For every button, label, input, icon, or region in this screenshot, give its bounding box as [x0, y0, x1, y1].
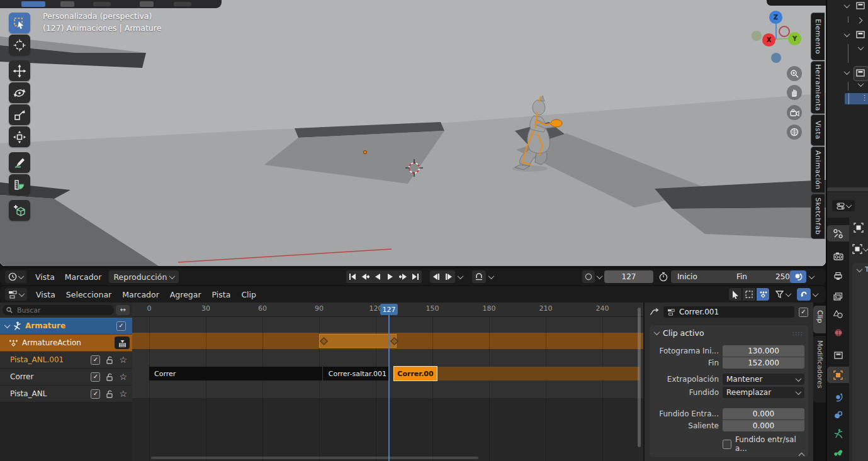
channel-mute-checkbox[interactable]: ✓	[116, 321, 126, 331]
tab-vista[interactable]: Vista	[811, 114, 825, 146]
timeline-menu-vista[interactable]: Vista	[33, 272, 57, 282]
collapse-chevron-icon[interactable]	[844, 2, 850, 8]
solo-star-icon[interactable]: ☆	[119, 389, 127, 398]
object-selector[interactable]	[852, 244, 868, 254]
frame-end-field[interactable]: Fin250	[730, 270, 796, 283]
tab-armature-data-properties[interactable]	[827, 425, 849, 442]
playhead-line[interactable]	[388, 314, 390, 461]
tab-object-properties[interactable]	[827, 367, 849, 383]
nla-menu-marcador[interactable]: Marcador	[120, 290, 162, 299]
nla-menu-vista[interactable]: Vista	[33, 290, 58, 299]
tab-render-properties[interactable]	[827, 248, 849, 264]
action-strip[interactable]	[319, 334, 397, 348]
header-widget[interactable]	[93, 2, 111, 6]
track-mute-checkbox[interactable]: ✓	[91, 389, 100, 399]
chevron-down-icon[interactable]	[809, 273, 815, 279]
step-forward-button[interactable]	[442, 270, 455, 283]
sidebar-tab-modificadores[interactable]: Modificadores	[813, 336, 826, 403]
add-primitive-tool[interactable]	[9, 200, 30, 221]
chevron-down-icon[interactable]	[597, 273, 603, 279]
frame-start-value[interactable]: 130.000	[723, 345, 804, 357]
mode-pill[interactable]	[21, 1, 45, 7]
navigation-gizmo[interactable]: Z X Y	[749, 9, 806, 67]
blend-dropdown[interactable]: Reemplazar	[723, 387, 804, 398]
3d-viewport[interactable]: Personalizada (perspectiva) (127) Animac…	[0, 0, 826, 266]
show-keyframes-toggle[interactable]	[757, 288, 769, 301]
header-widget[interactable]	[140, 1, 154, 7]
panel-drag-dots[interactable]: ::::	[792, 330, 803, 336]
properties-panel-sliver[interactable]: T	[852, 263, 868, 461]
unlock-icon[interactable]	[106, 390, 113, 398]
panel-header[interactable]: Clip activo ::::	[650, 325, 808, 340]
rotate-tool[interactable]	[9, 82, 30, 103]
header-widget[interactable]	[60, 1, 74, 7]
strip-name-field[interactable]: Correr.001	[663, 306, 794, 318]
auto-blend-checkbox[interactable]	[723, 440, 731, 449]
pan-view-button[interactable]	[787, 85, 802, 100]
frame-end-value[interactable]: 152.000	[723, 357, 804, 369]
horizontal-scrollbar[interactable]	[151, 457, 478, 459]
unlock-icon[interactable]	[106, 373, 113, 381]
nla-menu-clip[interactable]: Clip	[239, 290, 259, 299]
tab-world-properties[interactable]	[827, 325, 849, 341]
keying-magnet-button[interactable]	[472, 270, 486, 283]
channel-search-field[interactable]	[3, 305, 114, 315]
header-widget[interactable]	[174, 2, 191, 6]
outliner-sliver[interactable]: ⋮	[827, 0, 868, 192]
select-box-tool[interactable]	[9, 13, 30, 33]
nla-menu-pista[interactable]: Pista	[210, 290, 234, 299]
unlock-icon[interactable]	[106, 356, 113, 364]
camera-view-button[interactable]	[787, 105, 802, 120]
play-button[interactable]	[384, 270, 397, 283]
stopwatch-icon[interactable]	[658, 272, 668, 282]
jump-to-start-button[interactable]	[346, 270, 359, 283]
scale-tool[interactable]	[9, 104, 30, 125]
tab-animacion[interactable]: Animación	[811, 147, 825, 193]
strip-correr[interactable]: Correr	[149, 367, 323, 380]
collapse-chevron-icon[interactable]	[4, 322, 11, 328]
tab-constraint-properties[interactable]	[827, 406, 849, 423]
zoom-view-button[interactable]	[787, 66, 802, 81]
push-down-action-button[interactable]	[115, 336, 130, 349]
jump-to-end-button[interactable]	[409, 270, 422, 283]
nla-menu-agregar[interactable]: Agregar	[167, 290, 204, 299]
track-mute-checkbox[interactable]: ✓	[91, 372, 100, 382]
timeline-menu-marcador[interactable]: Marcador	[62, 272, 104, 282]
prev-keyframe-button[interactable]	[359, 270, 371, 283]
gizmo-axis-y[interactable]: Y	[788, 32, 801, 45]
chevron-right-icon[interactable]	[857, 18, 863, 24]
tab-tool-properties[interactable]	[827, 225, 849, 242]
collection-button[interactable]	[854, 66, 868, 81]
collapse-chevron-icon[interactable]	[844, 31, 850, 37]
channel-pista-anl-001[interactable]: Pista_ANL.001 ✓ ☆	[0, 352, 132, 369]
channel-correr[interactable]: Correr ✓ ☆	[0, 369, 132, 386]
tab-view-layer-properties[interactable]	[827, 288, 849, 304]
cursor-tool[interactable]	[9, 35, 30, 55]
chevron-down-icon[interactable]	[858, 81, 864, 87]
bracket-square-icon[interactable]	[854, 223, 864, 233]
sidebar-tab-clip[interactable]: Clip	[813, 306, 826, 333]
properties-editor-type-button[interactable]	[832, 200, 855, 211]
auto-key-toggle[interactable]	[582, 270, 595, 283]
chevron-down-icon[interactable]	[786, 291, 792, 297]
tweak-tool-button[interactable]	[729, 288, 741, 301]
timeline-editor-type-button[interactable]	[5, 270, 26, 283]
next-keyframe-button[interactable]	[397, 270, 409, 283]
selected-outliner-row[interactable]: ⋮	[845, 93, 868, 104]
play-reverse-button[interactable]	[371, 270, 384, 283]
vertical-scrollbar[interactable]	[638, 308, 641, 447]
solo-star-icon[interactable]: ☆	[119, 355, 127, 364]
move-tool[interactable]	[9, 60, 30, 81]
channel-armature-action[interactable]: ArmatureAction	[0, 335, 132, 352]
playhead-frame-badge[interactable]: 127	[380, 304, 398, 315]
tab-bone-properties[interactable]	[827, 444, 849, 460]
box-select-mode-button[interactable]	[743, 288, 755, 301]
chevron-down-icon[interactable]	[858, 44, 864, 50]
blend-in-value[interactable]: 0.000	[723, 408, 804, 419]
measure-tool[interactable]	[9, 174, 30, 195]
nla-menu-seleccionar[interactable]: Seleccionar	[64, 290, 114, 299]
tab-collection-properties[interactable]	[827, 347, 849, 364]
chevron-down-icon[interactable]	[458, 273, 464, 279]
chevron-down-icon[interactable]	[488, 273, 495, 279]
strip-correr-saltar[interactable]: Correr-saltar.001	[323, 367, 388, 380]
